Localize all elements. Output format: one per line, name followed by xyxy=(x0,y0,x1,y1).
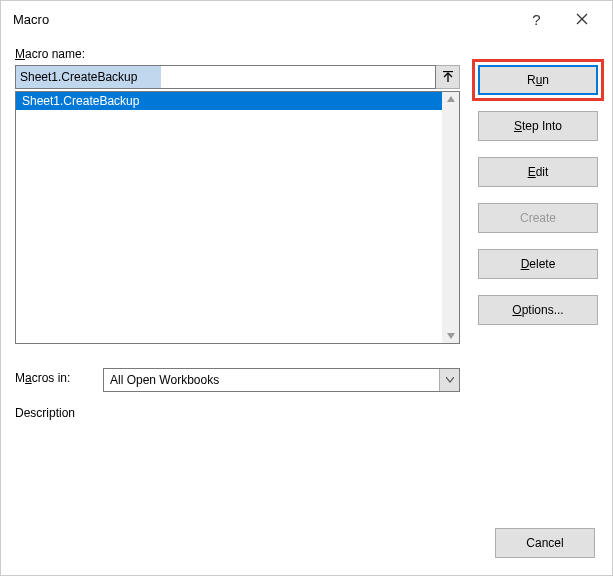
button-label: Create xyxy=(520,211,556,225)
close-icon xyxy=(576,13,588,25)
goto-button[interactable] xyxy=(436,65,460,89)
scroll-down-icon[interactable] xyxy=(447,331,455,341)
delete-button[interactable]: Delete xyxy=(478,249,598,279)
button-label: Delete xyxy=(521,257,556,271)
dialog-title: Macro xyxy=(13,12,49,27)
button-label: Edit xyxy=(528,165,549,179)
macro-name-label: Macro name: xyxy=(15,47,460,61)
svg-marker-4 xyxy=(447,96,455,102)
svg-marker-5 xyxy=(447,333,455,339)
goto-arrow-icon xyxy=(442,71,454,83)
list-item[interactable]: Sheet1.CreateBackup xyxy=(16,92,442,110)
cancel-button[interactable]: Cancel xyxy=(495,528,595,558)
dropdown-button[interactable] xyxy=(439,369,459,391)
run-highlight: Run xyxy=(472,59,604,101)
chevron-down-icon xyxy=(446,377,454,383)
macro-listbox[interactable]: Sheet1.CreateBackup xyxy=(15,91,460,344)
description-label: Description xyxy=(15,406,460,420)
button-label: Run xyxy=(527,73,549,87)
help-icon: ? xyxy=(532,11,540,28)
run-button[interactable]: Run xyxy=(478,65,598,95)
titlebar: Macro ? xyxy=(1,1,612,37)
create-button: Create xyxy=(478,203,598,233)
list-item-label: Sheet1.CreateBackup xyxy=(22,94,139,108)
button-label: Options... xyxy=(512,303,563,317)
macro-name-input[interactable] xyxy=(15,65,436,89)
close-button[interactable] xyxy=(559,4,604,34)
dropdown-selected-text: All Open Workbooks xyxy=(104,373,439,387)
help-button[interactable]: ? xyxy=(514,4,559,34)
macros-in-dropdown[interactable]: All Open Workbooks xyxy=(103,368,460,392)
macros-in-label: Macros in: xyxy=(15,371,93,385)
edit-button[interactable]: Edit xyxy=(478,157,598,187)
button-label: Cancel xyxy=(526,536,563,550)
scrollbar[interactable] xyxy=(442,92,459,343)
options-button[interactable]: Options... xyxy=(478,295,598,325)
scroll-up-icon[interactable] xyxy=(447,94,455,104)
step-into-button[interactable]: Step Into xyxy=(478,111,598,141)
button-label: Step Into xyxy=(514,119,562,133)
